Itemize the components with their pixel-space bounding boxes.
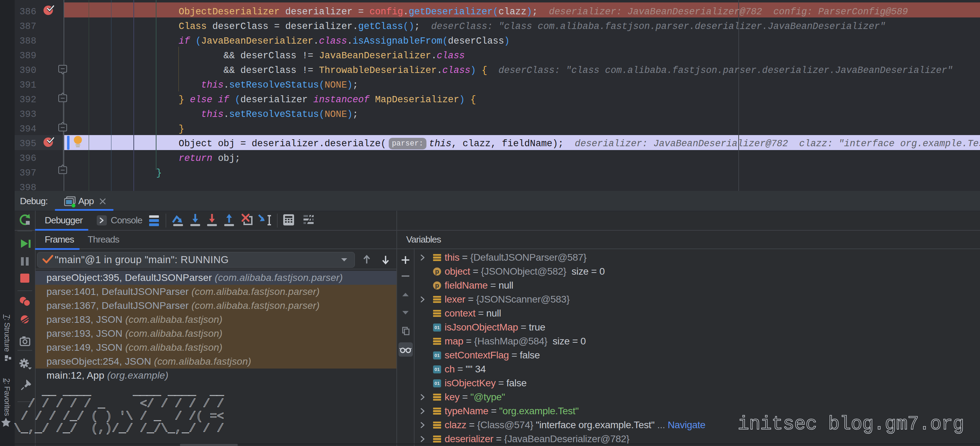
svg-text:p: p <box>435 268 439 275</box>
svg-text:p: p <box>435 282 439 289</box>
svg-text:01: 01 <box>434 325 440 330</box>
svg-text:01: 01 <box>434 353 440 358</box>
svg-text:01: 01 <box>434 381 440 386</box>
svg-text:01: 01 <box>434 367 440 372</box>
